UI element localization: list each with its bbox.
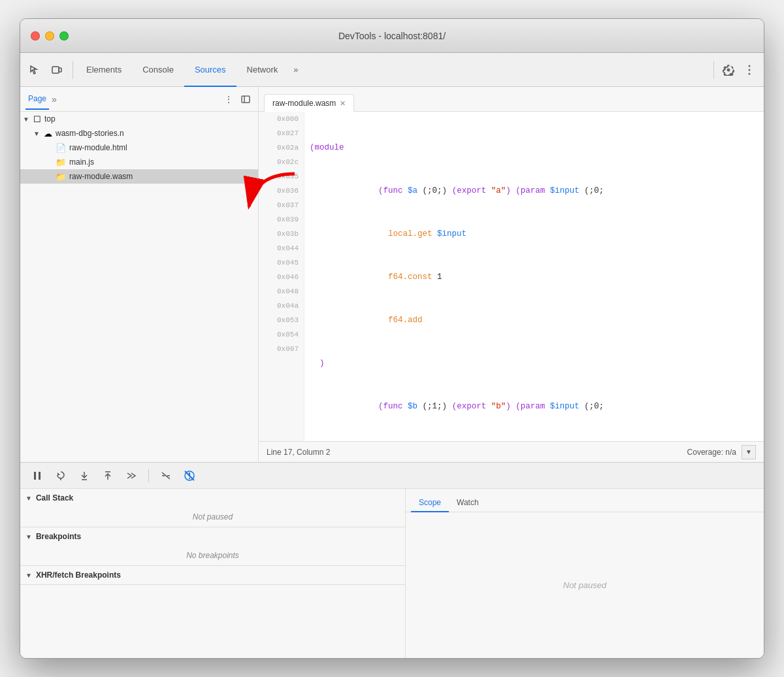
line-num-5: 0x035	[264, 169, 299, 184]
tree-icon-wasm: 📁	[56, 172, 66, 182]
tree-arrow-wasm-origin: ▼	[33, 130, 41, 137]
tree-arrow-top: ▼	[23, 116, 31, 123]
line-num-7: 0x037	[264, 198, 299, 212]
coverage-label: Coverage: n/a	[687, 448, 736, 457]
code-line-5: f64.add	[310, 313, 759, 327]
svg-rect-21	[189, 478, 190, 479]
editor-tab-close[interactable]: ✕	[340, 99, 346, 108]
bottom-content: ▼ Call Stack Not paused ▼ Breakpoints No…	[20, 489, 764, 658]
deactivate-breakpoints-button[interactable]	[157, 467, 175, 485]
device-toolbar-button[interactable]	[48, 61, 66, 79]
code-content[interactable]: (module (func $a (;0;) (export "a") (par…	[304, 112, 764, 441]
minimize-button[interactable]	[45, 31, 54, 41]
watch-tab[interactable]: Watch	[449, 494, 487, 512]
main-tabs: Elements Console Sources Network »	[76, 53, 713, 86]
coverage-dropdown-button[interactable]: ▼	[742, 445, 756, 459]
titlebar: DevTools - localhost:8081/	[20, 19, 764, 53]
sidebar-tree: ▼ ☐ top ▼ ☁ wasm-dbg-stories.n 📄 raw-mod…	[20, 112, 258, 462]
breakpoints-section: ▼ Breakpoints No breakpoints	[20, 527, 405, 566]
xhr-breakpoints-label: XHR/fetch Breakpoints	[36, 570, 121, 580]
code-line-4: f64.const 1	[310, 270, 759, 284]
scope-tab[interactable]: Scope	[411, 494, 449, 512]
tab-elements[interactable]: Elements	[76, 53, 132, 87]
svg-point-2	[749, 65, 751, 67]
debug-right-tabs: Scope Watch	[406, 489, 764, 512]
tree-item-mainjs[interactable]: 📁 main.js	[20, 155, 258, 169]
code-view[interactable]: 0x000 0x027 0x02a 0x02c 0x035 0x036 0x03…	[259, 112, 764, 441]
scope-status: Not paused	[563, 580, 607, 590]
cursor-position: Line 17, Column 2	[267, 448, 330, 457]
sidebar-toggle-button[interactable]	[238, 92, 253, 107]
line-num-1: 0x000	[264, 112, 299, 126]
status-bar: Line 17, Column 2 Coverage: n/a ▼	[259, 441, 764, 462]
debug-left-panel: ▼ Call Stack Not paused ▼ Breakpoints No…	[20, 489, 406, 658]
code-line-2: (func $a (;0;) (export "a") (param $inpu…	[310, 184, 759, 198]
more-tabs-button[interactable]: »	[288, 53, 303, 86]
content-area: Page » ⋮ ▼ ☐ top	[20, 87, 764, 462]
call-stack-header[interactable]: ▼ Call Stack	[20, 489, 405, 507]
breakpoints-content: No breakpoints	[20, 546, 405, 565]
tab-network[interactable]: Network	[237, 53, 289, 87]
tree-item-wasm-origin[interactable]: ▼ ☁ wasm-dbg-stories.n	[20, 126, 258, 140]
step-into-button[interactable]	[75, 467, 93, 485]
line-num-2: 0x027	[264, 126, 299, 140]
svg-rect-6	[242, 96, 250, 103]
sidebar: Page » ⋮ ▼ ☐ top	[20, 87, 259, 462]
line-num-17: 0x097	[264, 342, 299, 356]
maximize-button[interactable]	[59, 31, 69, 41]
tree-icon-mainjs: 📁	[56, 157, 66, 167]
breakpoints-arrow: ▼	[25, 533, 32, 540]
call-stack-label: Call Stack	[36, 493, 73, 503]
close-button[interactable]	[31, 31, 40, 41]
call-stack-status: Not paused	[193, 512, 233, 521]
sidebar-more-button[interactable]: »	[52, 94, 57, 105]
svg-point-4	[749, 73, 751, 74]
tree-item-top[interactable]: ▼ ☐ top	[20, 112, 258, 126]
window-title: DevTools - localhost:8081/	[338, 31, 446, 41]
pause-on-exceptions-button[interactable]	[180, 467, 199, 485]
tree-label-wasm-origin: wasm-dbg-stories.n	[56, 129, 124, 138]
main-toolbar: Elements Console Sources Network »	[20, 53, 764, 87]
step-next-button[interactable]	[122, 467, 140, 485]
line-num-13: 0x048	[264, 284, 299, 299]
tree-label-top: top	[44, 114, 56, 124]
svg-marker-10	[57, 472, 60, 475]
sidebar-header: Page » ⋮	[20, 87, 258, 112]
line-num-4: 0x02c	[264, 155, 299, 169]
svg-rect-1	[59, 68, 61, 72]
tree-icon-html: 📄	[56, 143, 66, 153]
sidebar-actions: ⋮	[221, 92, 253, 107]
line-num-9: 0x03b	[264, 227, 299, 241]
svg-rect-9	[39, 472, 41, 480]
tree-icon-top: ☐	[33, 114, 41, 124]
line-num-3: 0x02a	[264, 140, 299, 155]
line-num-15: 0x053	[264, 313, 299, 327]
editor-area: raw-module.wasm ✕ 0x000 0x027 0x02a 0x02…	[259, 87, 764, 462]
devtools-window: DevTools - localhost:8081/ Elements Cons…	[20, 18, 764, 659]
tree-label-html: raw-module.html	[69, 143, 127, 152]
step-out-button[interactable]	[99, 467, 117, 485]
breakpoints-header[interactable]: ▼ Breakpoints	[20, 527, 405, 546]
breakpoints-label: Breakpoints	[36, 532, 81, 541]
more-options-button[interactable]	[740, 61, 759, 79]
line-numbers: 0x000 0x027 0x02a 0x02c 0x035 0x036 0x03…	[259, 112, 304, 441]
svg-rect-8	[34, 472, 36, 480]
svg-point-3	[749, 69, 751, 71]
code-line-6: )	[310, 356, 759, 371]
line-num-14: 0x04a	[264, 299, 299, 313]
xhr-breakpoints-arrow: ▼	[25, 572, 32, 579]
tab-console[interactable]: Console	[132, 53, 184, 87]
call-stack-content: Not paused	[20, 507, 405, 527]
tree-item-html[interactable]: 📄 raw-module.html	[20, 140, 258, 155]
editor-tab-label: raw-module.wasm	[272, 99, 336, 108]
settings-button[interactable]	[719, 61, 738, 79]
sidebar-menu-button[interactable]: ⋮	[221, 92, 236, 107]
step-over-button[interactable]	[52, 467, 70, 485]
pause-button[interactable]	[28, 467, 46, 485]
xhr-breakpoints-header[interactable]: ▼ XHR/fetch Breakpoints	[20, 566, 405, 584]
tree-item-wasm[interactable]: 📁 raw-module.wasm	[20, 169, 258, 184]
sidebar-tab-page[interactable]: Page	[25, 89, 49, 110]
select-element-button[interactable]	[25, 61, 44, 79]
editor-tab-wasm[interactable]: raw-module.wasm ✕	[264, 94, 354, 112]
tab-sources[interactable]: Sources	[184, 53, 237, 87]
